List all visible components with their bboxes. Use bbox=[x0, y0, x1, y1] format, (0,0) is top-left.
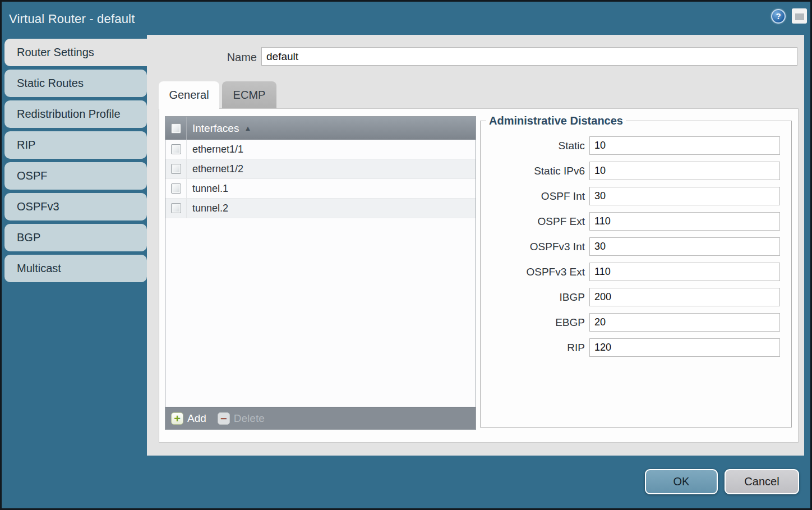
row-checkbox-cell bbox=[165, 199, 187, 218]
dialog-frame: Virtual Router - default ? Router Settin… bbox=[2, 2, 810, 508]
select-all-cell bbox=[165, 117, 187, 140]
add-button[interactable]: + Add bbox=[171, 412, 206, 425]
help-icon[interactable]: ? bbox=[771, 9, 786, 24]
sidebar-item-ospf[interactable]: OSPF bbox=[4, 162, 147, 190]
ospf-int-field[interactable] bbox=[589, 187, 780, 205]
sidebar-item-ospfv3[interactable]: OSPFv3 bbox=[4, 193, 147, 220]
interface-name: tunnel.2 bbox=[192, 203, 228, 214]
row-checkbox-cell bbox=[165, 179, 187, 198]
ebgp-label: EBGP bbox=[483, 316, 585, 329]
row-checkbox[interactable] bbox=[171, 164, 181, 174]
virtual-router-dialog: Virtual Router - default ? Router Settin… bbox=[0, 0, 812, 510]
table-row[interactable]: tunnel.2 bbox=[165, 199, 476, 218]
rip-field[interactable] bbox=[589, 338, 780, 357]
ospfv3-int-label: OSPFv3 Int bbox=[483, 241, 585, 253]
ospf-int-label: OSPF Int bbox=[483, 190, 585, 203]
static-ipv6-label: Static IPv6 bbox=[483, 165, 585, 177]
row-checkbox-cell bbox=[165, 140, 187, 159]
delete-button[interactable]: − Delete bbox=[218, 412, 265, 425]
table-row[interactable]: ethernet1/2 bbox=[165, 159, 476, 179]
ok-button[interactable]: OK bbox=[645, 469, 718, 494]
ibgp-label: IBGP bbox=[483, 291, 585, 304]
sidebar-item-router-settings[interactable]: Router Settings bbox=[4, 39, 149, 66]
row-checkbox[interactable] bbox=[171, 183, 181, 194]
interface-name: tunnel.1 bbox=[192, 183, 228, 195]
dialog-title: Virtual Router - default bbox=[9, 2, 135, 35]
sidebar-item-bgp[interactable]: BGP bbox=[4, 224, 147, 251]
sidebar-item-rip[interactable]: RIP bbox=[4, 131, 147, 159]
row-checkbox[interactable] bbox=[171, 144, 181, 154]
name-input[interactable] bbox=[261, 47, 797, 66]
sidebar-item-static-routes[interactable]: Static Routes bbox=[4, 70, 147, 97]
maximize-icon[interactable] bbox=[792, 8, 807, 24]
general-tab-panel: Interfaces ▲ ethernet1/1 bbox=[159, 108, 799, 443]
administrative-distances-legend: Administrative Distances bbox=[486, 114, 626, 127]
ebgp-field[interactable] bbox=[589, 313, 780, 332]
table-row[interactable]: tunnel.1 bbox=[165, 179, 476, 199]
sidebar-item-redistribution-profile[interactable]: Redistribution Profile bbox=[4, 100, 147, 128]
ospfv3-ext-label: OSPFv3 Ext bbox=[483, 266, 585, 278]
sidebar: Router Settings Static Routes Redistribu… bbox=[4, 39, 149, 286]
static-field[interactable] bbox=[589, 136, 780, 155]
maximize-icon-glyph bbox=[795, 13, 804, 20]
delete-button-label: Delete bbox=[234, 412, 265, 425]
ospf-ext-label: OSPF Ext bbox=[483, 215, 585, 228]
content-area: Name General ECMP Interfaces ▲ bbox=[147, 35, 804, 456]
ospfv3-int-field[interactable] bbox=[589, 237, 780, 256]
ospf-ext-field[interactable] bbox=[589, 212, 780, 231]
delete-icon: − bbox=[218, 412, 230, 425]
table-row[interactable]: ethernet1/1 bbox=[165, 140, 476, 159]
rip-label: RIP bbox=[483, 342, 585, 354]
titlebar: Virtual Router - default ? bbox=[2, 2, 810, 35]
tab-ecmp[interactable]: ECMP bbox=[222, 81, 276, 109]
cancel-button[interactable]: Cancel bbox=[725, 469, 799, 494]
administrative-distances-fieldset: Administrative Distances Static Static I… bbox=[480, 114, 792, 428]
tab-general[interactable]: General bbox=[159, 81, 219, 109]
row-checkbox[interactable] bbox=[171, 203, 181, 213]
interfaces-table: Interfaces ▲ ethernet1/1 bbox=[165, 116, 476, 430]
interfaces-table-header[interactable]: Interfaces ▲ bbox=[165, 117, 476, 140]
name-label: Name bbox=[147, 48, 257, 67]
sort-ascending-icon: ▲ bbox=[244, 124, 251, 132]
interfaces-table-body: ethernet1/1 ethernet1/2 tu bbox=[165, 140, 476, 407]
interfaces-table-toolbar: + Add − Delete bbox=[165, 407, 476, 429]
interface-name: ethernet1/1 bbox=[192, 144, 243, 155]
select-all-checkbox[interactable] bbox=[171, 123, 181, 134]
ibgp-field[interactable] bbox=[589, 288, 780, 306]
static-ipv6-field[interactable] bbox=[589, 162, 780, 180]
ospfv3-ext-field[interactable] bbox=[589, 263, 780, 281]
interfaces-column-header[interactable]: Interfaces bbox=[192, 122, 239, 135]
static-label: Static bbox=[483, 140, 585, 152]
add-icon: + bbox=[171, 412, 183, 425]
row-checkbox-cell bbox=[165, 159, 187, 178]
add-button-label: Add bbox=[187, 412, 206, 425]
sidebar-item-multicast[interactable]: Multicast bbox=[4, 255, 147, 282]
interface-name: ethernet1/2 bbox=[192, 163, 243, 175]
